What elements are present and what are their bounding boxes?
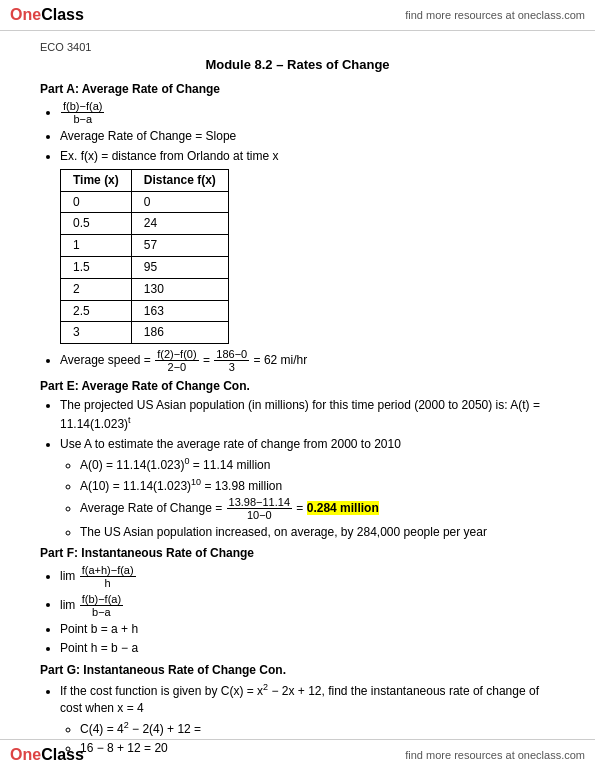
main-content: ECO 3401 Module 8.2 – Rates of Change Pa… — [0, 31, 595, 770]
c4-expand: C(4) = 42 − 2(4) + 12 = — [80, 719, 555, 738]
point-b: Point b = a + h — [60, 621, 555, 638]
part-f-list: lim f(a+h)−f(a) h lim f(b)−f(a) b−a Poin… — [40, 564, 555, 657]
table-cell: 2.5 — [61, 300, 132, 322]
table-cell: 0 — [61, 191, 132, 213]
a0-calc: A(0) = 11.14(1.023)0 = 11.14 million — [80, 455, 555, 474]
part-a-list: f(b)−f(a) b−a Average Rate of Change = S… — [40, 100, 555, 373]
part-f-header: Part F: Instantaneous Rate of Change — [40, 546, 555, 560]
part-g-header: Part G: Instantaneous Rate of Change Con… — [40, 663, 555, 677]
part-a-header: Part A: Average Rate of Change — [40, 82, 555, 96]
table-row: 2.5163 — [61, 300, 229, 322]
table-header-distance: Distance f(x) — [131, 169, 228, 191]
table-cell: 95 — [131, 256, 228, 278]
use-a-estimate: Use A to estimate the average rate of ch… — [60, 436, 555, 540]
table-cell: 163 — [131, 300, 228, 322]
table-cell: 2 — [61, 278, 132, 300]
limit-formula-1: lim f(a+h)−f(a) h — [60, 564, 555, 589]
table-cell: 24 — [131, 213, 228, 235]
table-row: 00 — [61, 191, 229, 213]
bottom-bar: OneClass find more resources at oneclass… — [0, 739, 595, 770]
table-cell: 186 — [131, 322, 228, 344]
table-cell: 1 — [61, 235, 132, 257]
limit-formula-2: lim f(b)−f(a) b−a — [60, 593, 555, 618]
aroc-slope: Average Rate of Change = Slope — [60, 128, 555, 145]
course-code: ECO 3401 — [40, 41, 555, 53]
example-fx: Ex. f(x) = distance from Orlando at time… — [60, 148, 555, 344]
table-header-time: Time (x) — [61, 169, 132, 191]
aroc-calc: Average Rate of Change = 13.98−11.14 10−… — [80, 496, 555, 521]
logo: OneClass — [10, 6, 84, 24]
table-cell: 57 — [131, 235, 228, 257]
table-row: 3186 — [61, 322, 229, 344]
asian-pop-formula: The projected US Asian population (in mi… — [60, 397, 555, 433]
a10-calc: A(10) = 11.14(1.023)10 = 13.98 million — [80, 476, 555, 495]
footer-logo-class: Class — [41, 746, 84, 764]
table-cell: 3 — [61, 322, 132, 344]
logo-one: One — [10, 6, 41, 24]
module-title: Module 8.2 – Rates of Change — [40, 57, 555, 72]
table-row: 2130 — [61, 278, 229, 300]
table-cell: 1.5 — [61, 256, 132, 278]
average-speed: Average speed = f(2)−f(0) 2−0 = 186−0 3 … — [60, 348, 555, 373]
top-link: find more resources at oneclass.com — [405, 9, 585, 21]
logo-class: Class — [41, 6, 84, 24]
sub-list-e: A(0) = 11.14(1.023)0 = 11.14 million A(1… — [60, 455, 555, 541]
part-e-header: Part E: Average Rate of Change Con. — [40, 379, 555, 393]
table-row: 0.524 — [61, 213, 229, 235]
footer-logo: OneClass — [10, 746, 84, 764]
top-bar: OneClass find more resources at oneclass… — [0, 0, 595, 31]
distance-table: Time (x) Distance f(x) 000.5241571.59521… — [60, 169, 229, 344]
table-cell: 0.5 — [61, 213, 132, 235]
table-cell: 0 — [131, 191, 228, 213]
table-row: 157 — [61, 235, 229, 257]
conclusion: The US Asian population increased, on av… — [80, 524, 555, 541]
point-h: Point h = b − a — [60, 640, 555, 657]
footer-logo-one: One — [10, 746, 41, 764]
part-e-list: The projected US Asian population (in mi… — [40, 397, 555, 540]
footer-link: find more resources at oneclass.com — [405, 749, 585, 761]
highlight-value: 0.284 million — [307, 501, 379, 515]
table-row: 1.595 — [61, 256, 229, 278]
formula-aroc: f(b)−f(a) b−a — [60, 100, 555, 125]
table-cell: 130 — [131, 278, 228, 300]
